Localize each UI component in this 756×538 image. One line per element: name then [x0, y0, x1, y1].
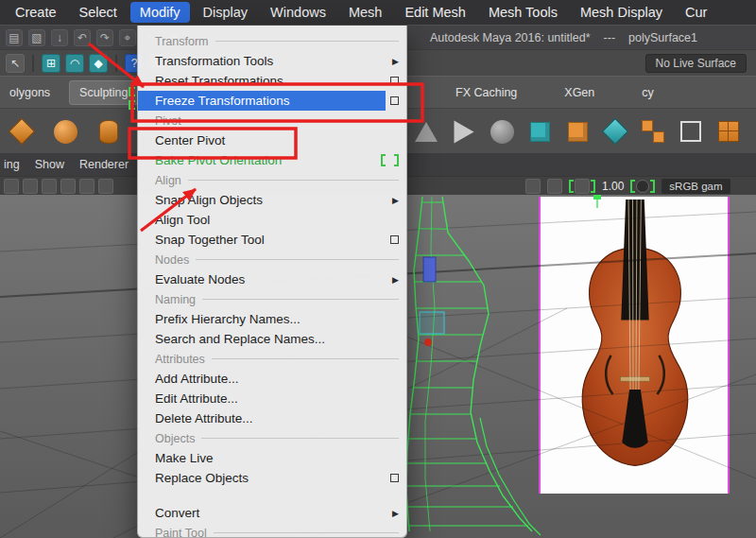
menu-mesh-display[interactable]: Mesh Display — [571, 2, 672, 23]
wireframe-toggle-icon[interactable] — [98, 179, 113, 194]
window-title-selection: polySurface1 — [628, 31, 697, 44]
menu-curves[interactable]: Cur — [676, 2, 716, 23]
menu-item-prefix-hierarchy-names[interactable]: Prefix Hierarchy Names... — [138, 309, 406, 329]
section-line — [188, 120, 399, 121]
snap-grid-icon[interactable]: ⊞ — [42, 54, 60, 73]
main-menubar: Create Select Modify Display Windows Mes… — [0, 0, 756, 25]
menu-item-align-tool[interactable]: Align Tool — [138, 210, 406, 230]
snap-curve-icon[interactable]: ◠ — [65, 54, 84, 73]
menu-mesh[interactable]: Mesh — [339, 2, 391, 23]
open-scene-icon[interactable]: ▧ — [28, 29, 45, 46]
light-toggle-icon[interactable] — [42, 179, 57, 194]
option-box-icon[interactable] — [390, 235, 399, 244]
selection-box — [420, 312, 444, 334]
menu-item-replace-objects[interactable]: Replace Objects — [138, 468, 406, 488]
poly-cube-icon[interactable] — [563, 117, 592, 146]
menu-item-add-attribute[interactable]: Add Attribute... — [138, 369, 406, 389]
menu-item-search-and-replace-names[interactable]: Search and Replace Names... — [138, 329, 406, 349]
menu-item-freeze-transformations[interactable]: Freeze Transformations — [138, 91, 406, 111]
divider — [115, 55, 117, 72]
menu-section-paint-tool: Paint Tool — [138, 523, 406, 538]
submenu-arrow-icon: ▶ — [392, 275, 399, 285]
new-feature-bracket-icon — [650, 180, 655, 193]
isolate-select-icon[interactable] — [525, 179, 541, 194]
save-scene-icon[interactable]: ↓ — [51, 29, 68, 46]
colorspace-dropdown[interactable]: sRGB gam — [662, 179, 730, 194]
snap-point-icon[interactable]: ◆ — [89, 54, 108, 73]
gamma-icon[interactable] — [636, 180, 649, 193]
wireframe-model[interactable] — [397, 195, 756, 538]
menu-display[interactable]: Display — [194, 2, 258, 23]
menu-create[interactable]: Create — [6, 2, 66, 23]
shelf-tab-polygons[interactable]: olygons — [0, 81, 60, 104]
gamma-new-feature — [630, 180, 655, 193]
section-line — [196, 259, 399, 260]
panel-menu-renderer[interactable]: Renderer — [79, 158, 129, 171]
camera-icon[interactable] — [23, 179, 38, 194]
menu-item-reset-transformations[interactable]: Reset Transformations — [138, 71, 406, 91]
boolean-cube-icon[interactable] — [525, 117, 554, 146]
live-surface-dropdown[interactable]: No Live Surface — [645, 54, 747, 73]
menu-item-make-live[interactable]: Make Live — [138, 448, 406, 468]
shadow-toggle-icon[interactable] — [60, 179, 76, 194]
poly-sphere-icon[interactable] — [51, 117, 79, 146]
new-feature-bracket-icon — [630, 180, 635, 193]
menu-edit-mesh[interactable]: Edit Mesh — [395, 2, 474, 23]
shelf-tab-xgen[interactable]: XGen — [555, 81, 604, 104]
selection-tool-icon[interactable]: ⌖ — [119, 29, 136, 46]
option-box-icon[interactable] — [390, 96, 399, 105]
viewport-icons-right: 1.00 sRGB gam — [525, 178, 730, 195]
uv-grid-icon[interactable] — [714, 117, 743, 146]
section-line — [202, 299, 399, 300]
new-scene-icon[interactable]: ▤ — [6, 29, 23, 46]
menu-item-evaluate-nodes[interactable]: Evaluate Nodes ▶ — [138, 269, 406, 289]
shelf-tab-fx-caching[interactable]: FX Caching — [446, 81, 526, 104]
menu-item-center-pivot[interactable]: Center Pivot — [138, 130, 406, 150]
combine-icon[interactable] — [639, 117, 667, 146]
grid-toggle-icon[interactable] — [4, 179, 19, 194]
divider — [32, 55, 34, 72]
menu-item-transformation-tools[interactable]: Transformation Tools ▶ — [138, 51, 406, 71]
menu-item-bake-pivot-orientation[interactable]: Bake Pivot Orientation — [138, 150, 406, 170]
option-box-icon[interactable] — [390, 474, 399, 482]
menu-section-attributes: Attributes — [138, 349, 406, 369]
bevel-icon[interactable] — [412, 117, 440, 146]
redo-icon[interactable]: ↷ — [96, 29, 113, 46]
panel-menu-show[interactable]: Show — [35, 158, 64, 171]
shelf-tab-legacy[interactable]: cy — [632, 81, 663, 104]
fog-toggle-icon[interactable] — [547, 179, 562, 194]
exposure-icon[interactable] — [575, 179, 590, 194]
option-box-icon[interactable] — [390, 77, 399, 85]
shelf-icons-right — [412, 117, 743, 146]
poly-cylinder-icon[interactable] — [94, 117, 123, 146]
window-title-app: Autodesk Maya 2016: untitled* — [430, 31, 591, 44]
menu-section-align: Align — [138, 170, 406, 190]
texture-toggle-icon[interactable] — [79, 179, 94, 194]
panel-menu-lighting[interactable]: ing — [4, 158, 20, 171]
menu-item-edit-attribute[interactable]: Edit Attribute... — [138, 389, 406, 408]
menu-item-snap-align-objects[interactable]: Snap Align Objects ▶ — [138, 190, 406, 210]
menu-item-snap-together-tool[interactable]: Snap Together Tool — [138, 230, 406, 250]
frame-icon[interactable] — [677, 117, 705, 146]
menu-select[interactable]: Select — [70, 2, 127, 23]
select-mode-icon[interactable]: ↖ — [6, 54, 25, 73]
shelf-icons-left — [8, 117, 123, 146]
exposure-value[interactable]: 1.00 — [602, 180, 624, 193]
bridge-icon[interactable] — [450, 117, 478, 146]
menu-item-delete-attribute[interactable]: Delete Attribute... — [138, 408, 406, 428]
window-title-separator: --- — [604, 31, 616, 44]
new-feature-bracket-icon — [381, 154, 399, 166]
submenu-arrow-icon: ▶ — [392, 57, 399, 66]
snap-diamond-icon[interactable] — [601, 117, 629, 146]
poly-diamond-icon[interactable] — [8, 117, 36, 146]
new-feature-bracket-icon — [591, 180, 595, 193]
section-line — [201, 438, 399, 439]
new-feature-bracket-icon — [129, 87, 135, 110]
menu-item-convert[interactable]: Convert ▶ — [138, 503, 406, 523]
menu-windows[interactable]: Windows — [261, 2, 335, 23]
menu-mesh-tools[interactable]: Mesh Tools — [479, 2, 567, 23]
menu-section-pivot: Pivot — [138, 111, 406, 130]
undo-icon[interactable]: ↶ — [74, 29, 91, 46]
sculpt-sphere-icon[interactable] — [488, 117, 516, 146]
menu-modify[interactable]: Modify — [130, 2, 190, 23]
